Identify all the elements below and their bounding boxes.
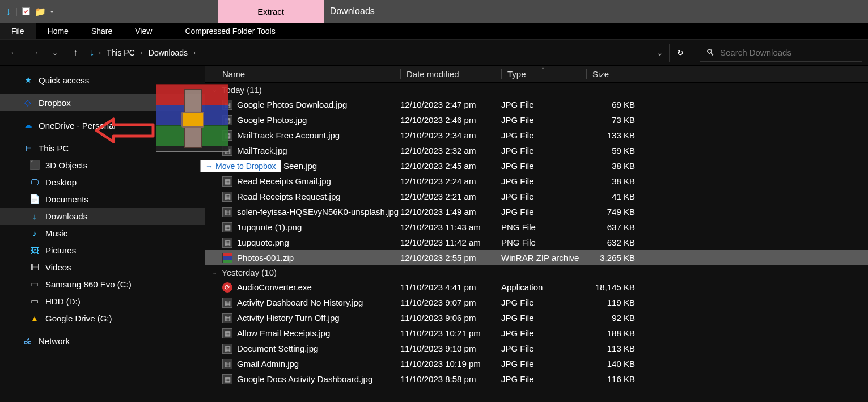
file-date: 12/10/2023 11:43 am (400, 222, 501, 232)
column-label: Type (507, 69, 526, 79)
file-row[interactable]: ▦Gmail Admin.jpg11/10/2023 10:19 pmJPG F… (205, 356, 868, 371)
image-file-icon: ▦ (222, 222, 232, 232)
file-size: 69 KB (586, 100, 641, 109)
address-dropdown-icon[interactable]: ⌄ (657, 48, 663, 57)
download-arrow-icon[interactable]: ↓ (6, 6, 11, 18)
sidebar-item-label: Dropbox (39, 98, 71, 108)
file-type: JPG File (501, 115, 586, 125)
breadcrumb-downloads[interactable]: Downloads (146, 48, 190, 57)
menu-bar: File Home Share View Compressed Folder T… (0, 23, 868, 40)
download-icon: ↓ (29, 211, 40, 221)
nav-back-button[interactable]: ← (6, 44, 23, 61)
file-size: 637 KB (586, 222, 641, 232)
sidebar-item-label: This PC (39, 143, 69, 153)
breadcrumb-sep-icon: › (193, 49, 196, 57)
file-row[interactable]: ▦Google Docs Activity Dashboard.jpg11/10… (205, 371, 868, 387)
window-title: Downloads (330, 0, 375, 23)
file-row[interactable]: ▦MailTrack Free Account.jpg12/10/2023 2:… (205, 128, 868, 143)
sidebar-item-label: Documents (45, 194, 88, 204)
sidebar-desktop[interactable]: 🖵Desktop (0, 174, 205, 191)
sidebar-item-label: Music (45, 228, 67, 238)
file-row[interactable]: ▦Document Setting.jpg11/10/2023 9:10 pmJ… (205, 341, 868, 356)
menu-home[interactable]: Home (36, 23, 80, 39)
column-header-type[interactable]: Type˄ (501, 69, 586, 79)
network-icon: 🖧 (23, 336, 33, 346)
image-file-icon: ▦ (222, 374, 232, 384)
sidebar-item-label: Quick access (39, 75, 89, 85)
file-row[interactable]: ▦MailTracker Seen.jpg12/10/2023 2:45 amJ… (205, 158, 868, 174)
ribbon-context-tab-extract[interactable]: Extract (218, 0, 324, 23)
menu-file[interactable]: File (0, 23, 36, 39)
file-row[interactable]: ▦Google Photos Download.jpg12/10/2023 2:… (205, 97, 868, 112)
file-row[interactable]: Photos-001.zip12/10/2023 2:55 pmWinRAR Z… (205, 250, 868, 265)
file-name: MailTrack.jpg (237, 146, 400, 155)
sidebar-drive-c[interactable]: ▭Samsung 860 Evo (C:) (0, 276, 205, 293)
file-type: JPG File (501, 176, 586, 186)
menu-share[interactable]: Share (80, 23, 124, 39)
file-type: JPG File (501, 359, 586, 369)
file-date: 12/10/2023 2:45 am (400, 161, 501, 171)
address-bar[interactable]: ↓ › This PC › Downloads › ⌄ (87, 44, 666, 62)
image-file-icon: ▦ (222, 298, 232, 308)
file-row[interactable]: ▦Activity Dashboard No History.jpg11/10/… (205, 295, 868, 310)
file-row[interactable]: ▦1upquote (1).png12/10/2023 11:43 amPNG … (205, 219, 868, 235)
annotation-arrow (96, 119, 159, 155)
nav-forward-button[interactable]: → (26, 44, 43, 61)
sidebar-3d-objects[interactable]: ⬛3D Objects (0, 156, 205, 174)
sidebar-item-label: Videos (45, 263, 71, 272)
sidebar-pictures[interactable]: 🖼Pictures (0, 242, 205, 259)
file-name: Allow Email Receipts.jpg (237, 328, 400, 338)
image-file-icon: ▦ (222, 238, 232, 248)
file-size: 113 KB (586, 344, 641, 353)
sidebar-google-drive[interactable]: ▲Google Drive (G:) (0, 310, 205, 327)
menu-view[interactable]: View (124, 23, 163, 39)
group-label: Yesterday (10) (222, 268, 277, 277)
file-type: JPG File (501, 298, 586, 307)
sidebar-documents[interactable]: 📄Documents (0, 191, 205, 208)
navigation-bar: ← → ⌄ ↑ ↓ › This PC › Downloads › ⌄ ↻ 🔍︎ (0, 40, 868, 66)
file-row[interactable]: ▦1upquote.png12/10/2023 11:42 amPNG File… (205, 235, 868, 250)
svg-marker-0 (96, 119, 153, 142)
sidebar-item-label: Network (39, 336, 70, 346)
column-header-size[interactable]: Size (586, 69, 643, 79)
breadcrumb-this-pc[interactable]: This PC (104, 48, 137, 57)
properties-icon[interactable]: ✔ (22, 7, 30, 15)
file-row[interactable]: ▦Allow Email Receipts.jpg11/10/2023 10:2… (205, 325, 868, 341)
sidebar-downloads[interactable]: ↓Downloads (0, 208, 205, 225)
column-header-name[interactable]: Name (222, 69, 400, 79)
sidebar-music[interactable]: ♪Music (0, 225, 205, 242)
file-row[interactable]: ▦solen-feyissa-HQSEvyN56K0-unsplash.jpg1… (205, 204, 868, 219)
file-date: 11/10/2023 9:10 pm (400, 344, 501, 353)
file-rows-container: ⌄Today (11)▦Google Photos Download.jpg12… (205, 83, 868, 387)
file-row[interactable]: ▦Read Receipts Gmail.jpg12/10/2023 2:24 … (205, 174, 868, 189)
file-size: 116 KB (586, 374, 641, 384)
search-input[interactable] (720, 48, 856, 57)
qat-dropdown-icon[interactable]: ▾ (50, 9, 53, 15)
file-name: Google Docs Activity Dashboard.jpg (237, 374, 400, 384)
nav-history-dropdown[interactable]: ⌄ (46, 44, 63, 61)
search-box[interactable]: 🔍︎ (700, 44, 862, 62)
image-file-icon: ▦ (222, 359, 232, 369)
file-date: 12/10/2023 11:42 am (400, 238, 501, 247)
file-row[interactable]: ▦Activity History Turn Off.jpg11/10/2023… (205, 310, 868, 325)
file-row[interactable]: ▦Google Photos.jpg12/10/2023 2:46 pmJPG … (205, 112, 868, 128)
group-header[interactable]: ⌄Today (11) (205, 83, 868, 97)
group-header[interactable]: ⌄Yesterday (10) (205, 265, 868, 280)
file-date: 11/10/2023 10:21 pm (400, 328, 501, 338)
sidebar-drive-d[interactable]: ▭ HDD (D:) (0, 293, 205, 310)
file-name: Google Photos.jpg (237, 115, 400, 125)
file-name: solen-feyissa-HQSEvyN56K0-unsplash.jpg (237, 207, 400, 217)
new-folder-icon[interactable]: 📁 (35, 6, 46, 17)
sidebar-videos[interactable]: 🎞Videos (0, 259, 205, 276)
refresh-button[interactable]: ↻ (669, 44, 691, 62)
file-row[interactable]: ▦Read Receipts Request.jpg12/10/2023 2:2… (205, 189, 868, 204)
body: ★Quick access ◇Dropbox ☁OneDrive - Perso… (0, 66, 868, 402)
menu-compressed-folder-tools[interactable]: Compressed Folder Tools (173, 23, 286, 39)
file-row[interactable]: ▦MailTrack.jpg12/10/2023 2:32 amJPG File… (205, 143, 868, 158)
music-icon: ♪ (29, 228, 40, 238)
file-size: 188 KB (586, 328, 641, 338)
sidebar-network[interactable]: 🖧Network (0, 332, 205, 349)
file-row[interactable]: ⟳AudioConverter.exe11/10/2023 4:41 pmApp… (205, 280, 868, 295)
column-header-date[interactable]: Date modified (400, 69, 501, 79)
nav-up-button[interactable]: ↑ (67, 44, 84, 61)
